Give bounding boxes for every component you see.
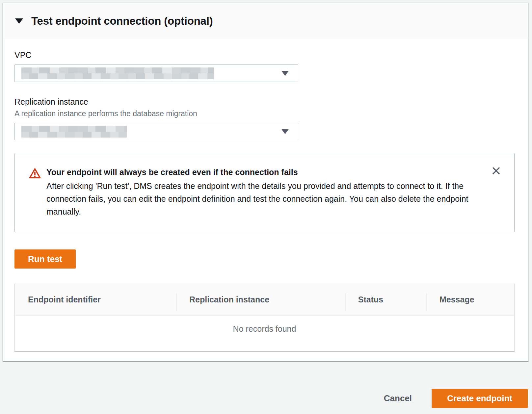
vpc-label: VPC bbox=[14, 50, 517, 60]
replication-instance-selected-value-redacted bbox=[21, 126, 127, 138]
column-header-message: Message bbox=[426, 284, 514, 315]
replication-instance-label: Replication instance bbox=[14, 97, 517, 107]
collapse-triangle-icon bbox=[15, 18, 23, 24]
empty-table-message: No records found bbox=[233, 324, 296, 334]
cancel-button[interactable]: Cancel bbox=[384, 393, 412, 403]
replication-instance-description: A replication instance performs the data… bbox=[14, 109, 517, 118]
vpc-selected-value-redacted bbox=[21, 67, 214, 79]
chevron-down-icon bbox=[281, 129, 289, 134]
column-header-endpoint-identifier: Endpoint identifier bbox=[15, 284, 176, 315]
warning-triangle-icon bbox=[29, 168, 41, 180]
chevron-down-icon bbox=[281, 71, 289, 76]
replication-instance-select[interactable] bbox=[14, 123, 298, 140]
section-header-toggle[interactable]: Test endpoint connection (optional) bbox=[3, 3, 528, 39]
endpoint-warning-banner: Your endpoint will always be created eve… bbox=[14, 153, 515, 232]
replication-instance-field: Replication instance A replication insta… bbox=[14, 97, 517, 140]
warning-title: Your endpoint will always be created eve… bbox=[46, 167, 474, 177]
column-header-status: Status bbox=[345, 284, 426, 315]
create-endpoint-button[interactable]: Create endpoint bbox=[432, 389, 528, 408]
warning-dismiss-button[interactable] bbox=[491, 166, 502, 177]
vpc-select[interactable] bbox=[14, 65, 298, 82]
section-title: Test endpoint connection (optional) bbox=[31, 15, 213, 27]
vpc-field: VPC bbox=[14, 50, 517, 82]
close-icon bbox=[491, 172, 501, 177]
warning-content: Your endpoint will always be created eve… bbox=[46, 167, 474, 218]
wizard-footer-actions: Cancel Create endpoint bbox=[0, 389, 528, 408]
test-endpoint-connection-panel: Test endpoint connection (optional) VPC … bbox=[3, 3, 528, 361]
warning-body: After clicking 'Run test', DMS creates t… bbox=[46, 180, 474, 218]
section-body: VPC Replication instance A replication i… bbox=[3, 39, 528, 351]
table-header-row: Endpoint identifier Replication instance… bbox=[15, 284, 514, 316]
run-test-button[interactable]: Run test bbox=[14, 249, 76, 269]
column-header-replication-instance: Replication instance bbox=[176, 284, 345, 315]
connection-results-table: Endpoint identifier Replication instance… bbox=[14, 284, 515, 351]
table-body: No records found bbox=[15, 316, 514, 351]
